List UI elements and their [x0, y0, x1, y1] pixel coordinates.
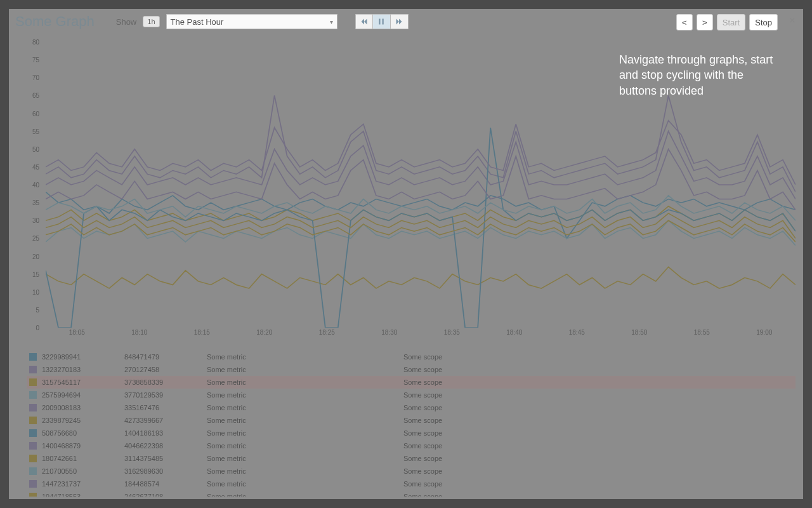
time-range-select[interactable]: The Past Hour ▾ — [166, 14, 337, 29]
x-tick: 18:30 — [381, 329, 397, 336]
legend-col-a: 2009008183 — [42, 404, 124, 411]
legend-row[interactable]: 1807426613114375485Some metricSome scope — [27, 452, 796, 465]
legend-row[interactable]: 1447231737184488574Some metricSome scope — [27, 478, 796, 490]
legend-swatch — [29, 391, 37, 399]
legend-row[interactable]: 23398792454273399667Some metricSome scop… — [27, 414, 796, 427]
legend-col-a: 1944718553 — [42, 493, 124, 497]
legend-row[interactable]: 1323270183270127458Some metricSome scope — [27, 363, 796, 376]
legend-swatch — [29, 455, 37, 462]
series-1944718553 — [46, 220, 796, 242]
y-axis: 05101520253035404550556065707580 — [27, 42, 42, 328]
legend-col-c: Some metric — [207, 480, 403, 488]
x-tick: 18:55 — [694, 329, 710, 336]
legend-swatch — [29, 353, 37, 361]
legend-col-c: Some metric — [207, 442, 403, 450]
graph-title: Some Graph — [15, 13, 95, 30]
legend-swatch — [29, 417, 37, 424]
legend-row[interactable]: 31575451173738858339Some metricSome scop… — [27, 376, 796, 389]
legend-row[interactable]: 3229989941848471479Some metricSome scope — [27, 351, 796, 363]
legend-col-a: 1400468879 — [42, 442, 124, 450]
legend-col-a: 1323270183 — [42, 366, 124, 373]
series-2339879245 — [46, 267, 796, 288]
y-tick: 15 — [32, 271, 39, 277]
x-tick: 18:50 — [631, 329, 647, 336]
y-tick: 65 — [32, 92, 39, 99]
playback-group — [355, 14, 409, 29]
legend-row[interactable]: 19447185532462677108Some metricSome scop… — [27, 490, 796, 497]
forward-button[interactable] — [391, 14, 409, 29]
x-axis: 18:0518:1018:1518:2018:2518:3018:3518:40… — [46, 329, 796, 340]
tutorial-hint: Navigate through graphs, start and stop … — [619, 52, 778, 98]
x-tick: 18:20 — [256, 329, 272, 336]
range-1h-button[interactable]: 1h — [143, 16, 159, 27]
graph-panel: Some Graph Show 1h The Past Hour ▾ 05101… — [9, 9, 803, 499]
legend-col-b: 335167476 — [124, 404, 207, 411]
y-tick: 5 — [36, 306, 39, 313]
legend-col-b: 3114375485 — [124, 455, 207, 462]
legend-col-a: 2575994694 — [42, 391, 124, 399]
legend-col-c: Some metric — [207, 378, 403, 386]
y-tick: 70 — [32, 74, 39, 81]
legend-col-c: Some metric — [207, 353, 403, 361]
legend-col-c: Some metric — [207, 455, 403, 462]
legend-col-a: 3157545117 — [42, 378, 124, 386]
legend-swatch — [29, 378, 37, 386]
legend-row[interactable]: 5087566801404186193Some metricSome scope — [27, 427, 796, 439]
x-tick: 18:40 — [506, 329, 522, 336]
legend-col-d: Some scope — [403, 366, 796, 373]
legend-col-a: 210700550 — [42, 467, 124, 475]
chevron-down-icon: ▾ — [330, 18, 333, 25]
next-graph-button[interactable]: > — [697, 14, 713, 30]
legend-row[interactable]: 2009008183335167476Some metricSome scope — [27, 401, 796, 414]
close-icon[interactable]: × — [789, 14, 796, 27]
legend-col-c: Some metric — [207, 391, 403, 399]
legend-swatch — [29, 467, 37, 475]
series-210700550 — [46, 196, 796, 220]
legend-col-b: 1404186193 — [124, 429, 207, 437]
legend-row[interactable]: 14004688794046622398Some metricSome scop… — [27, 439, 796, 452]
rewind-button[interactable] — [355, 14, 373, 29]
legend-col-a: 508756680 — [42, 429, 124, 437]
time-range-value: The Past Hour — [171, 17, 224, 27]
series-508756680 — [46, 128, 796, 328]
pause-button[interactable] — [373, 14, 391, 29]
legend-col-c: Some metric — [207, 493, 403, 497]
x-tick: 18:25 — [319, 329, 335, 336]
legend-col-c: Some metric — [207, 429, 403, 437]
start-cycle-button[interactable]: Start — [717, 14, 745, 30]
legend-row[interactable]: 2107005503162989630Some metricSome scope — [27, 465, 796, 478]
y-tick: 35 — [32, 199, 39, 206]
x-tick: 18:45 — [569, 329, 585, 336]
legend-col-b: 4046622398 — [124, 442, 207, 450]
legend-col-d: Some scope — [403, 442, 796, 450]
legend-col-d: Some scope — [403, 378, 796, 386]
legend-col-d: Some scope — [403, 455, 796, 462]
legend-swatch — [29, 442, 37, 450]
series-1323270183 — [46, 95, 796, 192]
legend-col-d: Some scope — [403, 480, 796, 488]
y-tick: 40 — [32, 182, 39, 189]
y-tick: 25 — [32, 235, 39, 242]
prev-graph-button[interactable]: < — [676, 14, 693, 30]
legend-swatch — [29, 366, 37, 373]
legend-col-b: 184488574 — [124, 480, 207, 488]
legend-col-d: Some scope — [403, 429, 796, 437]
y-tick: 20 — [32, 253, 39, 260]
stop-cycle-button[interactable]: Stop — [749, 14, 778, 30]
legend-swatch — [29, 493, 37, 497]
legend-col-b: 270127458 — [124, 366, 207, 373]
y-tick: 45 — [32, 163, 39, 170]
x-tick: 18:35 — [444, 329, 460, 336]
legend-col-d: Some scope — [403, 391, 796, 399]
y-tick: 75 — [32, 57, 39, 64]
legend-col-c: Some metric — [207, 366, 403, 373]
legend-row[interactable]: 25759946943770129539Some metricSome scop… — [27, 389, 796, 401]
legend-col-d: Some scope — [403, 417, 796, 424]
legend-swatch — [29, 404, 37, 411]
x-tick: 18:05 — [69, 329, 85, 336]
cycle-nav-group: < > Start Stop — [676, 14, 778, 30]
legend-col-b: 3770129539 — [124, 391, 207, 399]
legend-col-d: Some scope — [403, 404, 796, 411]
legend-col-d: Some scope — [403, 467, 796, 475]
y-tick: 60 — [32, 110, 39, 117]
